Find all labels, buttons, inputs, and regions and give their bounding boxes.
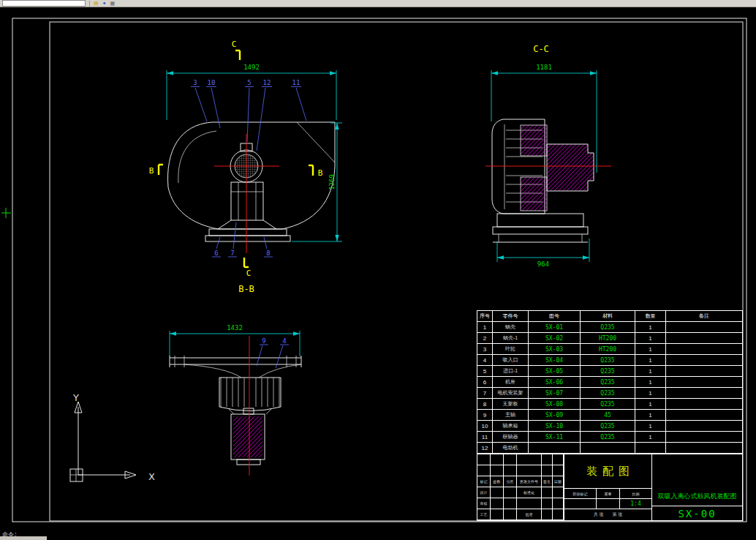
section-cut-mark-bottom	[244, 258, 249, 267]
bom-cell: SX-02	[529, 333, 581, 344]
svg-text:8: 8	[266, 250, 270, 257]
tb-cell	[477, 465, 491, 476]
bom-cell: SX-08	[529, 399, 581, 410]
bom-cell: Q235	[581, 432, 635, 443]
frame-center-mark	[1, 208, 11, 218]
tb-cell	[542, 498, 553, 509]
motor-hatch	[547, 144, 594, 191]
title-block: 标记 处数 分区 更改文件号 签名 日期 设计 标准化 审核 工艺	[477, 454, 743, 521]
bom-header-cell: 零件号	[493, 311, 529, 322]
bom-cell: SX-01	[529, 322, 581, 333]
bom-cell: 蜗壳-1	[493, 333, 529, 344]
balloon-3: 3	[191, 79, 207, 121]
tb-cell	[504, 465, 517, 476]
cc-base	[493, 214, 588, 242]
svg-text:10: 10	[208, 79, 216, 86]
toolbar-combobox[interactable]	[2, 0, 86, 7]
bom-cell: HT200	[581, 344, 635, 355]
svg-text:1492: 1492	[243, 64, 260, 71]
tb-cell	[504, 454, 517, 465]
bom-cell: 5	[477, 366, 493, 377]
bom-cell: Q235	[581, 366, 635, 377]
bom-header-cell: 序号	[477, 311, 493, 322]
bom-cell: HT200	[581, 333, 635, 344]
bom-cell: 电动机	[493, 443, 529, 454]
balloon-11: 11	[291, 79, 306, 121]
balloon-6: 6	[212, 237, 221, 257]
bom-cell	[666, 443, 742, 454]
tb-label-scale: 比例	[620, 489, 651, 499]
bom-cell	[666, 333, 742, 344]
bom-cell: 1	[477, 322, 493, 333]
tb-cell	[542, 465, 553, 476]
tb-sheet-number: 第 张	[613, 511, 623, 518]
svg-text:12: 12	[263, 79, 271, 86]
bom-cell: 蜗壳	[493, 322, 529, 333]
plan-motor	[231, 408, 265, 465]
bom-cell	[666, 322, 742, 333]
view-section-bb: 1492 1269 C C B	[149, 40, 342, 294]
bom-cell: 45	[581, 410, 635, 421]
tb-cell	[553, 509, 564, 520]
tb-label-standard: 标准化	[517, 487, 542, 498]
section-label-b-right: B	[318, 168, 323, 178]
bom-cell: 1	[635, 333, 666, 344]
tb-label-weight: 重量	[597, 489, 620, 499]
plan-body	[170, 356, 301, 414]
bom-cell: Q235	[581, 322, 635, 333]
bom-cell: 1	[635, 344, 666, 355]
bom-cell: 1	[635, 366, 666, 377]
drawing-title: 装配图	[564, 454, 651, 489]
bom-cell: 6	[477, 377, 493, 388]
cad-window: 1492 1269 C C B	[0, 0, 756, 540]
bom-cell	[666, 388, 742, 399]
section-mark-b-left	[159, 165, 163, 175]
svg-text:5: 5	[247, 79, 251, 86]
bom-cell	[581, 443, 635, 454]
tb-cell	[504, 487, 517, 498]
tb-label-mark: 标记	[477, 476, 491, 487]
balloon-8: 8	[264, 237, 273, 257]
bom-cell: 1	[635, 399, 666, 410]
bom-cell: SX-07	[529, 388, 581, 399]
bom-cell: 进口-1	[493, 366, 529, 377]
tb-label-check: 审核	[477, 498, 491, 509]
tb-cell	[564, 499, 597, 509]
bom-cell: 联轴器	[493, 432, 529, 443]
tb-sheets-total: 共 张	[594, 511, 604, 518]
status-bar-stub	[0, 536, 47, 540]
view-section-cc: C-C	[485, 44, 611, 268]
tb-cell	[553, 498, 564, 509]
balloon-7: 7	[228, 222, 237, 257]
view-title-bb: B-B	[238, 284, 254, 294]
tb-label-zone: 分区	[504, 476, 517, 487]
bom-cell: 叶轮	[493, 344, 529, 355]
bom-cell: 12	[477, 443, 493, 454]
tb-label-process: 工艺	[477, 509, 491, 520]
open-icon[interactable]: ▤	[94, 1, 99, 7]
tb-label-change-doc: 更改文件号	[517, 476, 542, 487]
bom-cell: 1	[635, 388, 666, 399]
svg-text:964: 964	[537, 260, 549, 268]
svg-text:4: 4	[282, 337, 286, 345]
balloon-10: 10	[206, 79, 220, 128]
dim-1492: 1492	[167, 64, 336, 120]
bom-cell: 10	[477, 421, 493, 432]
tb-cell	[553, 465, 564, 476]
tb-cell	[491, 454, 504, 465]
title-block-revision-grid: 标记 处数 分区 更改文件号 签名 日期 设计 标准化 审核 工艺	[477, 454, 564, 520]
ucs-x-label: X	[148, 471, 155, 482]
bom-cell: Q235	[581, 355, 635, 366]
section-label-b-left: B	[149, 166, 154, 176]
bom-cell: Q235	[581, 421, 635, 432]
tb-label-date: 日期	[553, 476, 564, 487]
section-cut-label-c-top: C	[232, 40, 237, 49]
bom-header-cell: 备注	[666, 311, 742, 322]
tb-cell	[504, 509, 517, 520]
favorites-icon[interactable]: ✦	[102, 1, 107, 7]
tb-cell	[542, 454, 553, 465]
grid-icon[interactable]: ▦	[110, 1, 116, 7]
tb-cell	[597, 499, 620, 509]
tb-cell	[491, 465, 504, 476]
balloon-9: 9	[257, 337, 268, 366]
